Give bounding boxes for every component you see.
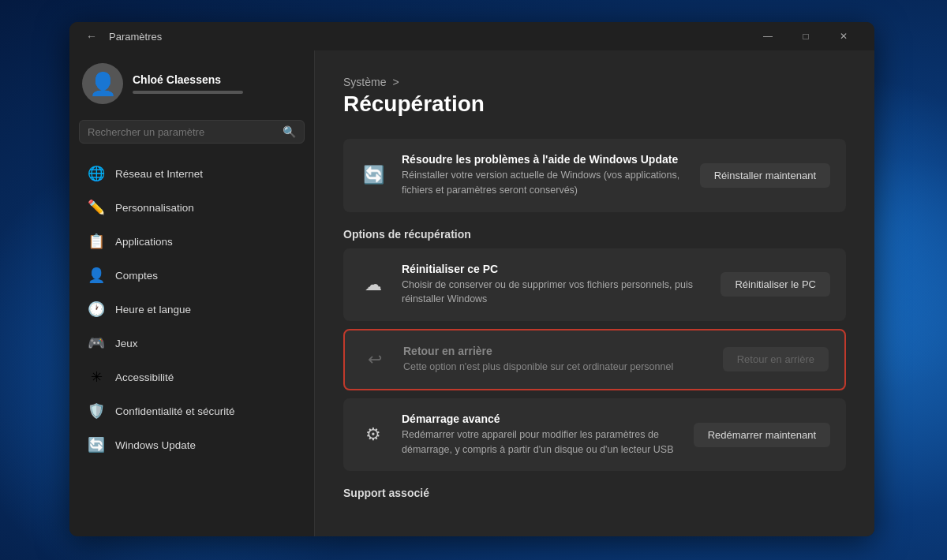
main-content: Système > Récupération 🔄 Résoudre les pr… bbox=[315, 50, 874, 536]
user-info: Chloé Claessens bbox=[133, 73, 243, 94]
windows-update-card-title: Résoudre les problèmes à l'aide de Windo… bbox=[402, 153, 686, 166]
goback-title: Retour en arrière bbox=[403, 345, 709, 357]
sidebar-label-confidentialite: Confidentialité et sécurité bbox=[115, 405, 235, 417]
minimize-button[interactable]: — bbox=[750, 24, 786, 49]
search-icon: 🔍 bbox=[283, 125, 296, 138]
avatar: 👤 bbox=[82, 63, 123, 104]
sidebar-item-applications[interactable]: 📋 Applications bbox=[74, 225, 309, 258]
advanced-card-text: Démarrage avancé Redémarrer votre appare… bbox=[402, 413, 679, 457]
sidebar-label-jeux: Jeux bbox=[115, 338, 138, 349]
reset-pc-button[interactable]: Réinitialiser le PC bbox=[721, 272, 830, 297]
maximize-button[interactable]: □ bbox=[788, 24, 824, 49]
applications-icon: 📋 bbox=[87, 232, 106, 251]
goback-button[interactable]: Retour en arrière bbox=[723, 347, 829, 371]
close-button[interactable]: ✕ bbox=[825, 24, 862, 49]
heure-icon: 🕐 bbox=[87, 300, 106, 319]
windows-update-icon: 🔄 bbox=[87, 435, 106, 454]
user-bar bbox=[133, 91, 243, 94]
sidebar-item-heure[interactable]: 🕐 Heure et langue bbox=[74, 293, 309, 326]
content-area: 👤 Chloé Claessens 🔍 🌐 Réseau et Inter bbox=[69, 50, 874, 536]
page-header: Système > Récupération bbox=[343, 76, 846, 117]
sidebar-label-heure: Heure et langue bbox=[115, 304, 191, 315]
windows-update-card: 🔄 Résoudre les problèmes à l'aide de Win… bbox=[343, 139, 846, 212]
sidebar-item-confidentialite[interactable]: 🛡️ Confidentialité et sécurité bbox=[74, 394, 309, 427]
breadcrumb: Système > bbox=[343, 76, 846, 88]
sidebar-label-accessibilite: Accessibilité bbox=[115, 371, 174, 383]
sidebar-label-windows-update: Windows Update bbox=[115, 439, 196, 451]
windows-update-card-desc: Réinstaller votre version actuelle de Wi… bbox=[402, 168, 686, 198]
reset-pc-card-text: Réinitialiser ce PC Choisir de conserver… bbox=[402, 263, 706, 308]
goback-card-text: Retour en arrière Cette option n'est plu… bbox=[403, 345, 709, 375]
settings-window: ← Paramètres — □ ✕ 👤 Chloé Claessens bbox=[69, 22, 874, 536]
advanced-card: ⚙ Démarrage avancé Redémarrer votre appa… bbox=[343, 398, 846, 472]
restart-now-button[interactable]: Redémarrer maintenant bbox=[694, 423, 830, 447]
support-header: Support associé bbox=[343, 487, 846, 499]
sidebar-item-jeux[interactable]: 🎮 Jeux bbox=[74, 327, 309, 360]
goback-desc: Cette option n'est plus disponible sur c… bbox=[403, 360, 709, 375]
back-button[interactable]: ← bbox=[82, 27, 101, 46]
goback-icon: ↩ bbox=[361, 345, 389, 374]
accessibilite-icon: ✳ bbox=[87, 368, 106, 386]
windows-update-card-icon: 🔄 bbox=[359, 161, 387, 189]
sidebar-item-comptes[interactable]: 👤 Comptes bbox=[74, 259, 309, 292]
options-header: Options de récupération bbox=[343, 228, 846, 241]
sidebar-item-accessibilite[interactable]: ✳ Accessibilité bbox=[74, 360, 309, 394]
reseau-icon: 🌐 bbox=[87, 164, 106, 183]
search-box[interactable]: 🔍 bbox=[79, 120, 305, 144]
confidentialite-icon: 🛡️ bbox=[87, 401, 106, 420]
personnalisation-icon: ✏️ bbox=[87, 198, 106, 217]
reset-pc-desc: Choisir de conserver ou de supprimer vos… bbox=[402, 278, 706, 308]
titlebar-left: ← Paramètres bbox=[82, 27, 162, 46]
sidebar-nav: 🌐 Réseau et Internet ✏️ Personnalisation… bbox=[69, 156, 314, 462]
search-container: 🔍 bbox=[69, 120, 314, 156]
breadcrumb-separator: > bbox=[392, 76, 399, 88]
sidebar-label-reseau: Réseau et Internet bbox=[115, 168, 203, 180]
page-title: Récupération bbox=[343, 91, 846, 117]
advanced-icon: ⚙ bbox=[359, 420, 387, 449]
sidebar-item-personnalisation[interactable]: ✏️ Personnalisation bbox=[74, 191, 309, 224]
titlebar: ← Paramètres — □ ✕ bbox=[69, 22, 874, 50]
user-name: Chloé Claessens bbox=[133, 73, 243, 86]
window-title: Paramètres bbox=[109, 31, 162, 43]
sidebar-label-comptes: Comptes bbox=[115, 270, 158, 282]
reset-pc-card: ☁ Réinitialiser ce PC Choisir de conserv… bbox=[343, 248, 846, 322]
goback-card: ↩ Retour en arrière Cette option n'est p… bbox=[343, 329, 846, 390]
jeux-icon: 🎮 bbox=[87, 334, 106, 353]
advanced-title: Démarrage avancé bbox=[402, 413, 679, 425]
reinstall-now-button[interactable]: Réinstaller maintenant bbox=[700, 163, 830, 188]
sidebar-label-personnalisation: Personnalisation bbox=[115, 202, 194, 214]
reset-pc-icon: ☁ bbox=[359, 271, 387, 299]
advanced-desc: Redémarrer votre appareil pour modifier … bbox=[402, 427, 679, 457]
reset-pc-title: Réinitialiser ce PC bbox=[402, 263, 706, 275]
windows-update-card-text: Résoudre les problèmes à l'aide de Windo… bbox=[402, 153, 686, 198]
comptes-icon: 👤 bbox=[87, 266, 106, 285]
user-avatar-icon: 👤 bbox=[89, 71, 117, 97]
search-input[interactable] bbox=[88, 126, 276, 138]
sidebar-item-windows-update[interactable]: 🔄 Windows Update bbox=[74, 428, 309, 461]
breadcrumb-system: Système bbox=[343, 76, 386, 88]
sidebar: 👤 Chloé Claessens 🔍 🌐 Réseau et Inter bbox=[69, 50, 314, 536]
sidebar-label-applications: Applications bbox=[115, 236, 173, 248]
window-controls: — □ ✕ bbox=[750, 24, 862, 49]
user-profile: 👤 Chloé Claessens bbox=[69, 50, 314, 120]
sidebar-item-reseau[interactable]: 🌐 Réseau et Internet bbox=[74, 157, 309, 190]
